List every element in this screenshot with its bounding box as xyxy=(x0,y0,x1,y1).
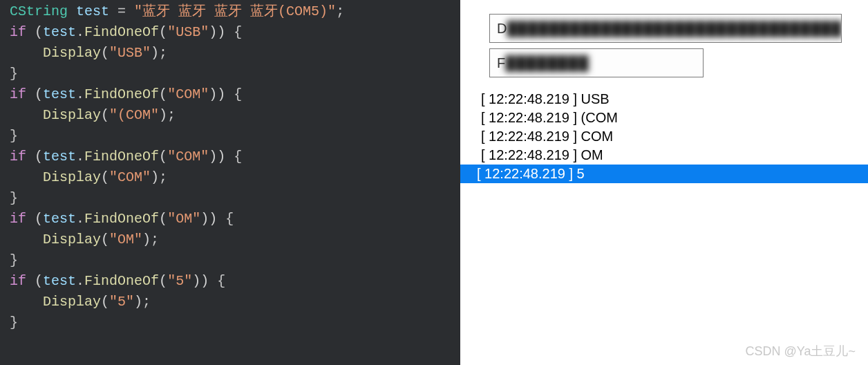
path-input-1[interactable]: D ████████████████████████████████ xyxy=(489,14,842,43)
log-row[interactable]: [ 12:22:48.219 ] USB xyxy=(460,90,868,109)
path-input-2-blurred: ████████ xyxy=(505,55,589,71)
code-editor[interactable]: CString test = "蓝牙 蓝牙 蓝牙 蓝牙(COM5)";if (t… xyxy=(0,0,460,365)
code-line: } xyxy=(10,126,460,147)
output-panel: D ████████████████████████████████ F ███… xyxy=(460,0,868,365)
code-line: } xyxy=(10,250,460,271)
code-line: CString test = "蓝牙 蓝牙 蓝牙 蓝牙(COM5)"; xyxy=(10,1,460,22)
code-line: } xyxy=(10,188,460,209)
code-line: if (test.FindOneOf("OM")) { xyxy=(10,209,460,230)
watermark: CSDN @Ya土豆儿~ xyxy=(746,343,856,359)
path-input-1-prefix: D xyxy=(497,21,507,37)
path-input-2-prefix: F xyxy=(497,55,505,71)
code-line: Display("OM"); xyxy=(10,230,460,250)
code-line: if (test.FindOneOf("COM")) { xyxy=(10,84,460,105)
log-row[interactable]: [ 12:22:48.219 ] (COM xyxy=(460,109,868,127)
code-line: if (test.FindOneOf("5")) { xyxy=(10,271,460,292)
code-line: if (test.FindOneOf("USB")) { xyxy=(10,22,460,43)
code-line: } xyxy=(10,312,460,333)
log-list[interactable]: [ 12:22:48.219 ] USB[ 12:22:48.219 ] (CO… xyxy=(460,90,868,183)
code-line: if (test.FindOneOf("COM")) { xyxy=(10,147,460,167)
code-line: Display("5"); xyxy=(10,292,460,312)
code-line: Display("COM"); xyxy=(10,167,460,188)
path-input-2[interactable]: F ████████ xyxy=(489,48,704,77)
code-line: Display("USB"); xyxy=(10,43,460,64)
log-row[interactable]: [ 12:22:48.219 ] COM xyxy=(460,127,868,146)
path-input-1-blurred: ████████████████████████████████ xyxy=(507,21,842,37)
log-row[interactable]: [ 12:22:48.219 ] 5 xyxy=(460,165,868,183)
code-line: Display("(COM"); xyxy=(10,105,460,126)
code-line: } xyxy=(10,64,460,84)
log-row[interactable]: [ 12:22:48.219 ] OM xyxy=(460,146,868,165)
